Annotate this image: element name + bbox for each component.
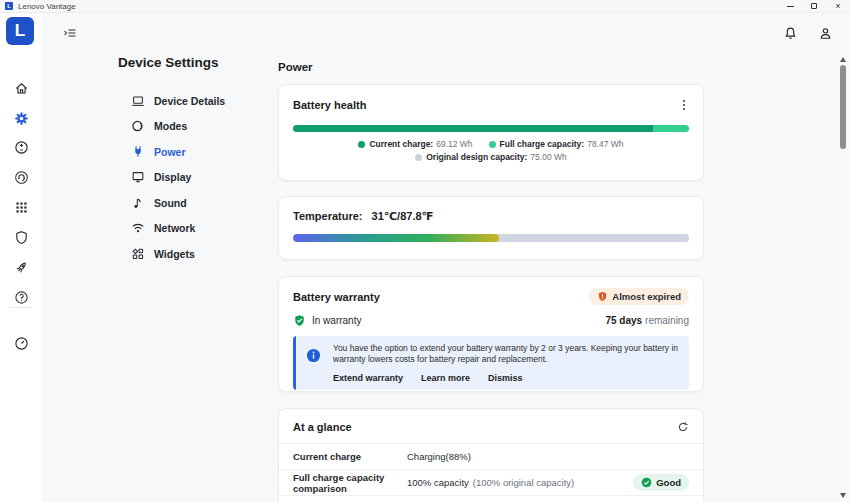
good-status-badge: Good [633, 474, 689, 491]
nav-item-sound[interactable]: Sound [42, 190, 274, 216]
current-charge-dot-icon [358, 141, 365, 148]
window-title: Lenovo Vantage [18, 2, 76, 11]
battery-health-card: Battery health Current charge: 69.12 Wh … [278, 84, 704, 181]
full-charge-dot-icon [489, 141, 496, 148]
dismiss-button[interactable]: Dismiss [488, 373, 523, 383]
scrollbar-thumb[interactable] [840, 65, 846, 149]
nav-item-network[interactable]: Network [42, 216, 274, 242]
glance-row-capacity-comparison: Full charge capacity comparison 100% cap… [279, 470, 703, 496]
left-rail: L [0, 13, 42, 502]
learn-more-button[interactable]: Learn more [421, 373, 470, 383]
sound-note-icon [131, 196, 145, 210]
battery-legend: Current charge: 69.12 Wh Full charge cap… [279, 139, 703, 162]
temperature-value: 31℃/87.8℉ [372, 210, 434, 222]
lenovo-vantage-window: L Lenovo Vantage × L [0, 0, 850, 502]
close-button[interactable]: × [826, 0, 850, 13]
banner-message: You have the option to extend your batte… [333, 343, 689, 365]
nav-item-modes[interactable]: Modes [42, 114, 274, 140]
section-title: Device Settings [118, 55, 219, 70]
legend-current-charge: Current charge: 69.12 Wh [358, 139, 472, 149]
nav-item-label: Modes [154, 120, 187, 132]
nav-item-label: Widgets [154, 248, 195, 260]
kebab-menu-icon[interactable] [679, 98, 689, 112]
original-capacity-dot-icon [415, 154, 422, 161]
banner-accent-bar [293, 336, 296, 390]
device-settings-nav: Device Details Modes Power Display Sound… [42, 88, 274, 267]
boost-rocket-icon[interactable] [6, 252, 36, 282]
warn-shield-icon [597, 291, 608, 302]
battery-capacity-bar [293, 125, 689, 132]
at-a-glance-title: At a glance [293, 421, 352, 433]
widgets-icon [131, 247, 145, 261]
extend-warranty-button[interactable]: Extend warranty [333, 373, 403, 383]
modes-icon [131, 119, 145, 133]
nav-item-widgets[interactable]: Widgets [42, 241, 274, 267]
minimize-icon [787, 6, 794, 7]
nav-item-label: Network [154, 222, 195, 234]
power-plug-icon [131, 145, 145, 159]
laptop-icon [131, 94, 145, 108]
vertical-scrollbar[interactable] [838, 53, 848, 502]
support-headset-icon[interactable] [6, 162, 36, 192]
temperature-bar-fill [293, 234, 499, 242]
info-icon [306, 348, 321, 367]
wifi-icon [131, 221, 145, 235]
battery-warranty-card: Battery warranty Almost expired In warra… [278, 276, 704, 392]
performance-gauge-icon[interactable] [6, 328, 36, 358]
battery-bar-current [293, 125, 653, 132]
warranty-status: In warranty [293, 314, 361, 327]
titlebar: L Lenovo Vantage × [0, 0, 850, 13]
close-icon: × [835, 2, 840, 11]
settings-gear-icon[interactable] [6, 103, 36, 133]
warranty-info-banner: You have the option to extend your batte… [293, 336, 689, 390]
refresh-icon[interactable] [677, 421, 689, 433]
restore-button[interactable] [802, 0, 826, 13]
good-check-icon [641, 477, 652, 488]
nav-item-device-details[interactable]: Device Details [42, 88, 274, 114]
scroll-up-icon[interactable] [840, 57, 846, 62]
page-title: Power [278, 61, 313, 73]
battery-health-title: Battery health [293, 99, 366, 111]
nav-item-label: Sound [154, 197, 187, 209]
restore-icon [811, 3, 817, 9]
nav-item-power[interactable]: Power [42, 139, 274, 165]
minimize-button[interactable] [778, 0, 802, 13]
menu-toggle-icon[interactable] [61, 24, 79, 42]
almost-expired-badge: Almost expired [589, 288, 689, 305]
scroll-down-icon[interactable] [840, 493, 846, 498]
apps-grid-icon[interactable] [6, 192, 36, 222]
legend-original-capacity: Original design capacity: 75.00 Wh [415, 152, 566, 162]
temperature-label: Temperature: [293, 210, 362, 222]
glance-row-current-charge: Current charge Charging(88%) [279, 444, 703, 470]
temperature-bar [293, 234, 689, 242]
nav-item-display[interactable]: Display [42, 165, 274, 191]
temperature-card: Temperature: 31℃/87.8℉ [278, 196, 704, 260]
home-icon[interactable] [6, 73, 36, 103]
rail-divider [10, 307, 32, 308]
legend-full-charge: Full charge capacity: 78.47 Wh [489, 139, 624, 149]
notifications-bell-icon[interactable] [783, 26, 798, 41]
nav-item-label: Display [154, 171, 191, 183]
app-logo-icon: L [5, 2, 13, 10]
lenovo-logo[interactable]: L [6, 17, 34, 45]
nav-item-label: Device Details [154, 95, 225, 107]
system-update-icon[interactable] [6, 132, 36, 162]
warranty-days-remaining: 75 daysremaining [605, 315, 689, 326]
display-icon [131, 170, 145, 184]
battery-warranty-title: Battery warranty [293, 291, 380, 303]
security-shield-icon[interactable] [6, 222, 36, 252]
nav-item-label: Power [154, 146, 186, 158]
in-warranty-shield-icon [293, 314, 306, 327]
at-a-glance-card: At a glance Current charge Charging(88%)… [278, 408, 704, 502]
account-person-icon[interactable] [818, 26, 833, 41]
